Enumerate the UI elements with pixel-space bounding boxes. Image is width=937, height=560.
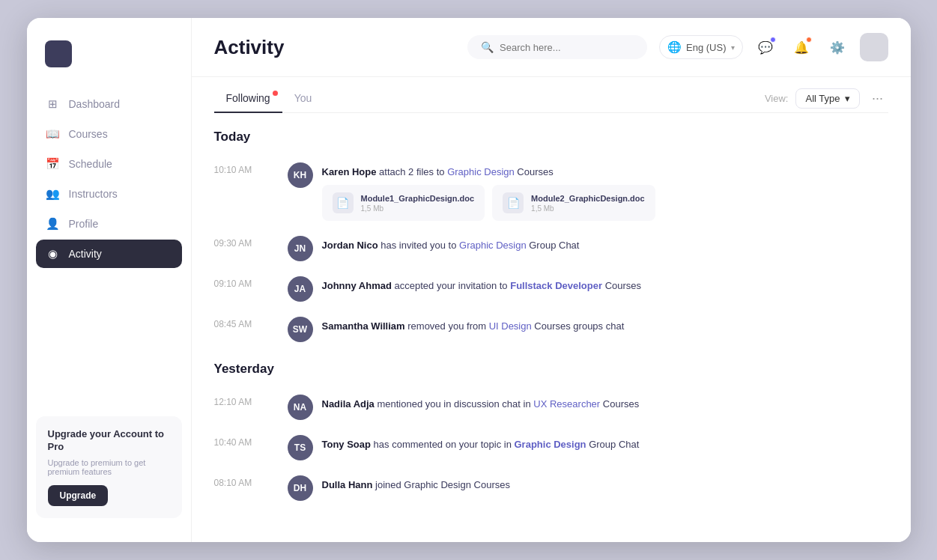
file-icon: 📄 <box>503 192 524 213</box>
activity-text: Johnny Ahmad accepted your invitation to… <box>322 276 642 293</box>
list-item: 12:10 AMNANadila Adja mentioned you in d… <box>214 387 888 427</box>
sidebar-item-activity[interactable]: ◉ Activity <box>36 240 182 268</box>
search-bar: 🔍 <box>467 35 647 59</box>
avatar: JN <box>288 236 313 261</box>
upgrade-title: Upgrade your Account to Pro <box>48 428 170 454</box>
activity-time: 10:10 AM <box>214 162 273 175</box>
sidebar: ⊞ Dashboard 📖 Courses 📅 Schedule 👥 Instr… <box>27 18 192 542</box>
section-title: Yesterday <box>214 362 888 377</box>
sidebar-item-instructors[interactable]: 👥 Instructors <box>36 180 182 208</box>
content-area: FollowingYou View: All Type ▾ ··· Today1… <box>192 77 911 542</box>
notification-button[interactable]: 🔔 <box>788 34 815 61</box>
activity-content: Nadila Adja mentioned you in discussion … <box>322 395 640 412</box>
section-yesterday: Yesterday12:10 AMNANadila Adja mentioned… <box>214 362 888 508</box>
view-type-label: All Type <box>805 93 840 104</box>
files-row: 📄 Module1_GraphicDesign.doc 1,5 Mb 📄 Mod… <box>322 185 655 221</box>
chevron-down-icon: ▾ <box>731 43 735 52</box>
nav-icon: 👤 <box>46 217 60 231</box>
chat-badge <box>770 37 776 43</box>
activity-time: 12:10 AM <box>214 395 273 407</box>
language-selector[interactable]: 🌐 Eng (US) ▾ <box>659 35 742 59</box>
header-actions: 🌐 Eng (US) ▾ 💬 🔔 ⚙️ <box>659 33 888 61</box>
avatar: TS <box>288 435 313 460</box>
activity-text: Nadila Adja mentioned you in discussion … <box>322 395 640 412</box>
section-title: Today <box>214 130 888 144</box>
sidebar-nav: ⊞ Dashboard 📖 Courses 📅 Schedule 👥 Instr… <box>27 90 191 407</box>
bell-icon: 🔔 <box>794 40 809 55</box>
activity-sections: Today10:10 AMKHKaren Hope attach 2 files… <box>214 130 888 509</box>
nav-icon: 📅 <box>46 157 60 171</box>
chat-button[interactable]: 💬 <box>752 34 779 61</box>
sidebar-item-dashboard[interactable]: ⊞ Dashboard <box>36 90 182 118</box>
file-card[interactable]: 📄 Module1_GraphicDesign.doc 1,5 Mb <box>322 185 485 221</box>
activity-text: Dulla Hann joined Graphic Design Courses <box>322 475 510 493</box>
sidebar-item-label: Instructors <box>69 188 118 200</box>
sidebar-item-label: Activity <box>69 248 102 260</box>
activity-time: 10:40 AM <box>214 435 273 448</box>
header: Activity 🔍 🌐 Eng (US) ▾ 💬 🔔 <box>192 18 911 77</box>
file-name: Module2_GraphicDesign.doc <box>531 194 645 203</box>
upgrade-button[interactable]: Upgrade <box>48 485 109 506</box>
activity-content: Johnny Ahmad accepted your invitation to… <box>322 276 642 293</box>
sidebar-item-profile[interactable]: 👤 Profile <box>36 210 182 238</box>
nav-icon: ◉ <box>46 247 60 261</box>
activity-list: 12:10 AMNANadila Adja mentioned you in d… <box>214 387 888 508</box>
tabs-row: FollowingYou View: All Type ▾ ··· <box>214 77 888 113</box>
file-icon: 📄 <box>333 192 354 213</box>
activity-text: Karen Hope attach 2 files to Graphic Des… <box>322 162 655 180</box>
sidebar-item-label: Schedule <box>69 158 112 170</box>
nav-icon: 📖 <box>46 127 60 141</box>
activity-content: Samantha William removed you from UI Des… <box>322 317 625 334</box>
search-input[interactable] <box>500 42 619 53</box>
avatar: NA <box>288 395 313 420</box>
activity-time: 08:10 AM <box>214 475 273 488</box>
view-type-select[interactable]: All Type ▾ <box>795 88 859 109</box>
avatar: SW <box>288 317 313 342</box>
list-item: 10:40 AMTSTony Soap has commented on you… <box>214 427 888 468</box>
app-window: ⊞ Dashboard 📖 Courses 📅 Schedule 👥 Instr… <box>27 18 911 542</box>
avatar: JA <box>288 276 313 302</box>
file-info: Module1_GraphicDesign.doc 1,5 Mb <box>361 194 475 213</box>
view-label: View: <box>765 93 789 104</box>
activity-time: 09:30 AM <box>214 236 273 249</box>
list-item: 08:10 AMDHDulla Hann joined Graphic Desi… <box>214 468 888 508</box>
globe-icon: 🌐 <box>667 40 682 54</box>
avatar: DH <box>288 475 313 501</box>
settings-button[interactable]: ⚙️ <box>824 34 851 61</box>
notification-badge <box>806 37 812 43</box>
user-avatar[interactable] <box>860 33 888 61</box>
section-today: Today10:10 AMKHKaren Hope attach 2 files… <box>214 130 888 350</box>
activity-text: Tony Soap has commented on your topic in… <box>322 435 640 452</box>
activity-time: 08:45 AM <box>214 317 273 329</box>
nav-icon: 👥 <box>46 187 60 201</box>
tab-list: FollowingYou <box>214 85 765 112</box>
sidebar-item-courses[interactable]: 📖 Courses <box>36 120 182 148</box>
file-info: Module2_GraphicDesign.doc 1,5 Mb <box>531 194 645 213</box>
list-item: 08:45 AMSWSamantha William removed you f… <box>214 309 888 350</box>
chat-icon: 💬 <box>758 40 773 55</box>
chevron-down-icon: ▾ <box>845 93 850 104</box>
list-item: 10:10 AMKHKaren Hope attach 2 files to G… <box>214 155 888 229</box>
activity-content: Jordan Nico has invited you to Graphic D… <box>322 236 580 253</box>
upgrade-desc: Upgrade to premium to get premium featur… <box>48 458 170 476</box>
file-size: 1,5 Mb <box>531 204 645 213</box>
sidebar-logo <box>45 40 72 67</box>
sidebar-item-schedule[interactable]: 📅 Schedule <box>36 150 182 178</box>
activity-content: Tony Soap has commented on your topic in… <box>322 435 640 452</box>
activity-list: 10:10 AMKHKaren Hope attach 2 files to G… <box>214 155 888 350</box>
main-content: Activity 🔍 🌐 Eng (US) ▾ 💬 🔔 <box>192 18 911 542</box>
lang-label: Eng (US) <box>686 42 726 53</box>
file-size: 1,5 Mb <box>361 204 475 213</box>
file-name: Module1_GraphicDesign.doc <box>361 194 475 203</box>
sidebar-item-label: Dashboard <box>69 98 121 110</box>
activity-time: 09:10 AM <box>214 276 273 289</box>
activity-content: Karen Hope attach 2 files to Graphic Des… <box>322 162 655 222</box>
file-card[interactable]: 📄 Module2_GraphicDesign.doc 1,5 Mb <box>492 185 655 221</box>
more-options-button[interactable]: ··· <box>867 88 888 109</box>
avatar: KH <box>288 162 313 188</box>
tab-you[interactable]: You <box>282 85 324 113</box>
tab-following[interactable]: Following <box>214 85 282 113</box>
activity-text: Jordan Nico has invited you to Graphic D… <box>322 236 580 253</box>
activity-text: Samantha William removed you from UI Des… <box>322 317 625 334</box>
activity-content: Dulla Hann joined Graphic Design Courses <box>322 475 510 493</box>
